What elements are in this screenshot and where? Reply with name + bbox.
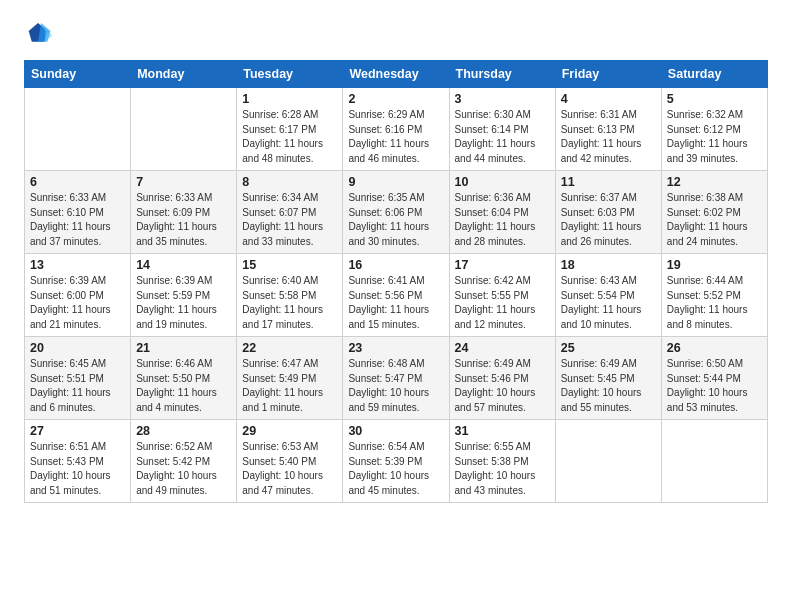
day-number: 5 (667, 92, 762, 106)
day-number: 1 (242, 92, 337, 106)
calendar-cell (25, 88, 131, 171)
day-number: 17 (455, 258, 550, 272)
day-info: Sunrise: 6:55 AM Sunset: 5:38 PM Dayligh… (455, 440, 550, 498)
day-info: Sunrise: 6:42 AM Sunset: 5:55 PM Dayligh… (455, 274, 550, 332)
logo-icon (24, 20, 52, 48)
calendar-cell: 23Sunrise: 6:48 AM Sunset: 5:47 PM Dayli… (343, 337, 449, 420)
day-info: Sunrise: 6:34 AM Sunset: 6:07 PM Dayligh… (242, 191, 337, 249)
day-number: 25 (561, 341, 656, 355)
day-info: Sunrise: 6:53 AM Sunset: 5:40 PM Dayligh… (242, 440, 337, 498)
calendar-cell (661, 420, 767, 503)
day-info: Sunrise: 6:41 AM Sunset: 5:56 PM Dayligh… (348, 274, 443, 332)
day-info: Sunrise: 6:40 AM Sunset: 5:58 PM Dayligh… (242, 274, 337, 332)
day-number: 10 (455, 175, 550, 189)
day-info: Sunrise: 6:36 AM Sunset: 6:04 PM Dayligh… (455, 191, 550, 249)
calendar-table: SundayMondayTuesdayWednesdayThursdayFrid… (24, 60, 768, 503)
day-number: 2 (348, 92, 443, 106)
day-number: 31 (455, 424, 550, 438)
day-info: Sunrise: 6:31 AM Sunset: 6:13 PM Dayligh… (561, 108, 656, 166)
day-info: Sunrise: 6:38 AM Sunset: 6:02 PM Dayligh… (667, 191, 762, 249)
calendar-cell: 21Sunrise: 6:46 AM Sunset: 5:50 PM Dayli… (131, 337, 237, 420)
day-info: Sunrise: 6:47 AM Sunset: 5:49 PM Dayligh… (242, 357, 337, 415)
header-day-friday: Friday (555, 61, 661, 88)
calendar-cell: 30Sunrise: 6:54 AM Sunset: 5:39 PM Dayli… (343, 420, 449, 503)
calendar-cell: 29Sunrise: 6:53 AM Sunset: 5:40 PM Dayli… (237, 420, 343, 503)
day-info: Sunrise: 6:28 AM Sunset: 6:17 PM Dayligh… (242, 108, 337, 166)
day-info: Sunrise: 6:45 AM Sunset: 5:51 PM Dayligh… (30, 357, 125, 415)
calendar-cell: 27Sunrise: 6:51 AM Sunset: 5:43 PM Dayli… (25, 420, 131, 503)
day-info: Sunrise: 6:46 AM Sunset: 5:50 PM Dayligh… (136, 357, 231, 415)
calendar-cell: 9Sunrise: 6:35 AM Sunset: 6:06 PM Daylig… (343, 171, 449, 254)
day-info: Sunrise: 6:39 AM Sunset: 6:00 PM Dayligh… (30, 274, 125, 332)
calendar-cell: 7Sunrise: 6:33 AM Sunset: 6:09 PM Daylig… (131, 171, 237, 254)
logo (24, 20, 56, 48)
day-number: 18 (561, 258, 656, 272)
calendar-cell (131, 88, 237, 171)
day-number: 29 (242, 424, 337, 438)
day-info: Sunrise: 6:49 AM Sunset: 5:46 PM Dayligh… (455, 357, 550, 415)
day-info: Sunrise: 6:52 AM Sunset: 5:42 PM Dayligh… (136, 440, 231, 498)
day-number: 9 (348, 175, 443, 189)
calendar-week-4: 20Sunrise: 6:45 AM Sunset: 5:51 PM Dayli… (25, 337, 768, 420)
page: SundayMondayTuesdayWednesdayThursdayFrid… (0, 0, 792, 612)
calendar-cell: 28Sunrise: 6:52 AM Sunset: 5:42 PM Dayli… (131, 420, 237, 503)
day-info: Sunrise: 6:32 AM Sunset: 6:12 PM Dayligh… (667, 108, 762, 166)
calendar-cell: 14Sunrise: 6:39 AM Sunset: 5:59 PM Dayli… (131, 254, 237, 337)
header (24, 20, 768, 48)
day-number: 23 (348, 341, 443, 355)
day-number: 26 (667, 341, 762, 355)
day-info: Sunrise: 6:33 AM Sunset: 6:09 PM Dayligh… (136, 191, 231, 249)
calendar-week-5: 27Sunrise: 6:51 AM Sunset: 5:43 PM Dayli… (25, 420, 768, 503)
day-info: Sunrise: 6:49 AM Sunset: 5:45 PM Dayligh… (561, 357, 656, 415)
calendar-cell: 22Sunrise: 6:47 AM Sunset: 5:49 PM Dayli… (237, 337, 343, 420)
day-info: Sunrise: 6:44 AM Sunset: 5:52 PM Dayligh… (667, 274, 762, 332)
day-number: 8 (242, 175, 337, 189)
calendar-cell: 31Sunrise: 6:55 AM Sunset: 5:38 PM Dayli… (449, 420, 555, 503)
calendar-cell: 20Sunrise: 6:45 AM Sunset: 5:51 PM Dayli… (25, 337, 131, 420)
day-number: 22 (242, 341, 337, 355)
calendar-cell: 17Sunrise: 6:42 AM Sunset: 5:55 PM Dayli… (449, 254, 555, 337)
calendar-week-1: 1Sunrise: 6:28 AM Sunset: 6:17 PM Daylig… (25, 88, 768, 171)
day-number: 16 (348, 258, 443, 272)
day-info: Sunrise: 6:48 AM Sunset: 5:47 PM Dayligh… (348, 357, 443, 415)
day-info: Sunrise: 6:51 AM Sunset: 5:43 PM Dayligh… (30, 440, 125, 498)
calendar-cell (555, 420, 661, 503)
day-number: 28 (136, 424, 231, 438)
day-info: Sunrise: 6:33 AM Sunset: 6:10 PM Dayligh… (30, 191, 125, 249)
calendar-cell: 8Sunrise: 6:34 AM Sunset: 6:07 PM Daylig… (237, 171, 343, 254)
calendar-cell: 16Sunrise: 6:41 AM Sunset: 5:56 PM Dayli… (343, 254, 449, 337)
day-number: 15 (242, 258, 337, 272)
header-day-thursday: Thursday (449, 61, 555, 88)
day-number: 30 (348, 424, 443, 438)
header-day-tuesday: Tuesday (237, 61, 343, 88)
day-number: 21 (136, 341, 231, 355)
day-number: 20 (30, 341, 125, 355)
calendar-week-2: 6Sunrise: 6:33 AM Sunset: 6:10 PM Daylig… (25, 171, 768, 254)
calendar-cell: 2Sunrise: 6:29 AM Sunset: 6:16 PM Daylig… (343, 88, 449, 171)
header-day-wednesday: Wednesday (343, 61, 449, 88)
calendar-cell: 24Sunrise: 6:49 AM Sunset: 5:46 PM Dayli… (449, 337, 555, 420)
calendar-cell: 18Sunrise: 6:43 AM Sunset: 5:54 PM Dayli… (555, 254, 661, 337)
calendar-cell: 1Sunrise: 6:28 AM Sunset: 6:17 PM Daylig… (237, 88, 343, 171)
day-info: Sunrise: 6:39 AM Sunset: 5:59 PM Dayligh… (136, 274, 231, 332)
day-number: 6 (30, 175, 125, 189)
header-day-saturday: Saturday (661, 61, 767, 88)
calendar-week-3: 13Sunrise: 6:39 AM Sunset: 6:00 PM Dayli… (25, 254, 768, 337)
day-number: 12 (667, 175, 762, 189)
day-info: Sunrise: 6:54 AM Sunset: 5:39 PM Dayligh… (348, 440, 443, 498)
day-number: 19 (667, 258, 762, 272)
calendar-cell: 12Sunrise: 6:38 AM Sunset: 6:02 PM Dayli… (661, 171, 767, 254)
calendar-cell: 10Sunrise: 6:36 AM Sunset: 6:04 PM Dayli… (449, 171, 555, 254)
day-info: Sunrise: 6:29 AM Sunset: 6:16 PM Dayligh… (348, 108, 443, 166)
header-day-monday: Monday (131, 61, 237, 88)
day-number: 14 (136, 258, 231, 272)
calendar-cell: 3Sunrise: 6:30 AM Sunset: 6:14 PM Daylig… (449, 88, 555, 171)
day-info: Sunrise: 6:37 AM Sunset: 6:03 PM Dayligh… (561, 191, 656, 249)
day-number: 3 (455, 92, 550, 106)
calendar-header-row: SundayMondayTuesdayWednesdayThursdayFrid… (25, 61, 768, 88)
calendar-cell: 11Sunrise: 6:37 AM Sunset: 6:03 PM Dayli… (555, 171, 661, 254)
day-number: 7 (136, 175, 231, 189)
day-number: 24 (455, 341, 550, 355)
calendar-cell: 26Sunrise: 6:50 AM Sunset: 5:44 PM Dayli… (661, 337, 767, 420)
header-day-sunday: Sunday (25, 61, 131, 88)
